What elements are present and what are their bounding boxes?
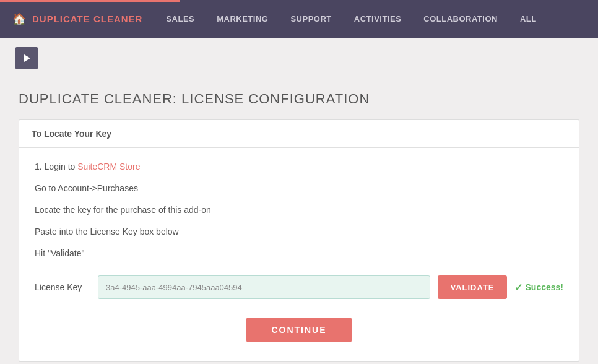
validate-button[interactable]: VALIDATE — [438, 275, 506, 299]
license-config-card: To Locate Your Key 1. Login to SuiteCRM … — [19, 119, 579, 362]
instructions-list: 1. Login to SuiteCRM Store Go to Account… — [35, 160, 563, 260]
nav-link-all[interactable]: ALL — [509, 0, 548, 38]
nav-brand[interactable]: 🏠 DUPLICATE CLEANER — [0, 12, 155, 26]
nav-link-support[interactable]: SUPPORT — [279, 0, 342, 38]
instruction-4: Paste into the License Key box below — [35, 225, 563, 238]
check-icon: ✓ — [514, 282, 522, 293]
instruction-1: 1. Login to SuiteCRM Store — [35, 160, 563, 173]
brand-text: DUPLICATE CLEANER — [32, 14, 142, 24]
sidebar-toggle-button[interactable] — [15, 47, 38, 69]
license-key-row: License Key VALIDATE ✓ Success! — [35, 275, 563, 299]
progress-bar — [0, 0, 180, 2]
continue-container: CONTINUE — [35, 318, 563, 342]
license-key-input[interactable] — [98, 275, 430, 299]
play-icon — [22, 53, 32, 63]
nav-link-sales[interactable]: SALES — [155, 0, 206, 38]
nav-links: SALES MARKETING SUPPORT ACTIVITIES COLLA… — [155, 0, 547, 38]
card-header: To Locate Your Key — [19, 120, 579, 148]
instruction-2: Go to Account->Purchases — [35, 182, 563, 195]
card-body: 1. Login to SuiteCRM Store Go to Account… — [19, 148, 579, 361]
success-text: Success! — [526, 282, 563, 292]
success-message: ✓ Success! — [514, 282, 563, 293]
svg-marker-0 — [24, 54, 30, 62]
main-content: DUPLICATE CLEANER: LICENSE CONFIGURATION… — [0, 79, 598, 364]
home-icon: 🏠 — [12, 12, 26, 26]
nav-link-marketing[interactable]: MARKETING — [206, 0, 279, 38]
navbar: 🏠 DUPLICATE CLEANER SALES MARKETING SUPP… — [0, 0, 598, 38]
nav-link-collaboration[interactable]: COLLABORATION — [412, 0, 509, 38]
license-key-label: License Key — [35, 282, 90, 292]
suitecrm-store-link[interactable]: SuiteCRM Store — [77, 162, 140, 171]
page-title: DUPLICATE CLEANER: LICENSE CONFIGURATION — [19, 91, 579, 107]
instruction-3: Locate the key for the purchase of this … — [35, 204, 563, 217]
continue-button[interactable]: CONTINUE — [246, 318, 351, 342]
instruction-5: Hit "Validate" — [35, 247, 563, 260]
nav-link-activities[interactable]: ACTIVITIES — [343, 0, 413, 38]
